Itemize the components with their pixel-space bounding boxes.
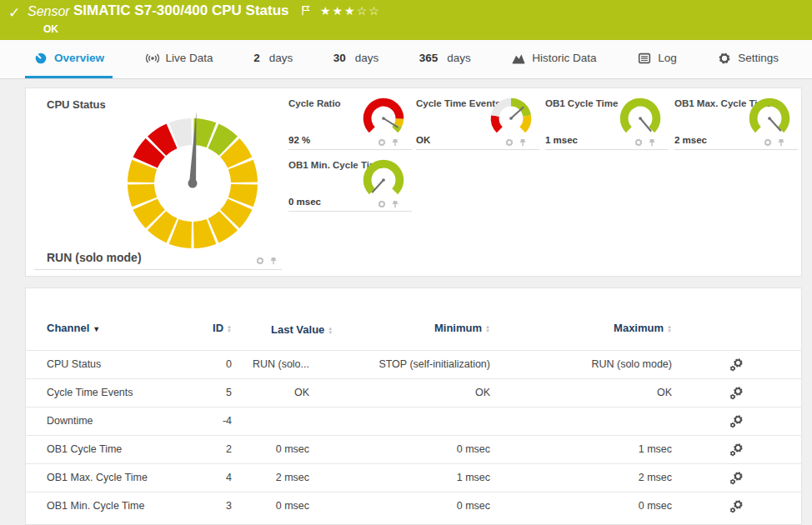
cell-channel: OB1 Cycle Time: [26, 443, 205, 455]
column-label: Maximum: [614, 322, 664, 334]
tab-label: Settings: [738, 52, 779, 64]
cell-channel: OB1 Max. Cycle Time: [26, 472, 205, 483]
pin-icon[interactable]: [518, 138, 528, 148]
tab-label: Historic Data: [532, 52, 596, 64]
pin-icon[interactable]: [390, 199, 400, 209]
cell-last-value: 0 msec: [232, 500, 309, 512]
cpu-status-gauge: [119, 108, 266, 255]
gear-icon[interactable]: [377, 138, 387, 148]
ob1-cycle-time-gauge: [617, 95, 664, 142]
gear-icon[interactable]: [763, 138, 773, 148]
tab-live-data[interactable]: Live Data: [137, 40, 222, 78]
pin-icon[interactable]: [776, 138, 786, 148]
tab-label: days: [447, 52, 471, 64]
pin-icon[interactable]: [647, 138, 657, 148]
tab-number: 30: [333, 52, 346, 64]
cell-maximum: RUN (solo mode): [490, 358, 672, 370]
tab-bar: Overview Live Data 2 days 30 days 365 da…: [0, 40, 812, 79]
channel-table-body: CPU Status 0 RUN (solo... STOP (self-ini…: [26, 350, 801, 520]
channel-settings-gears-icon[interactable]: [729, 471, 744, 485]
cell-minimum: 1 msec: [309, 472, 490, 483]
mini-gauge-cycle-ratio: Cycle Ratio 92 %: [288, 93, 412, 150]
column-header-minimum[interactable]: Minimum▲▼: [309, 322, 490, 334]
gear-icon[interactable]: [634, 138, 644, 148]
tab-label: Overview: [54, 52, 104, 64]
cell-maximum: OK: [490, 387, 672, 398]
table-header-row: Channel▼ ID▲▼ Last Value▲▼ Minimum▲▼ Max…: [26, 288, 801, 350]
gear-icon[interactable]: [377, 199, 387, 209]
table-row: Downtime -4: [26, 407, 801, 435]
gear-icon: [717, 51, 732, 66]
main-gauge-title: CPU Status: [47, 98, 106, 111]
sensor-status-badge: OK: [43, 23, 58, 35]
gauge-icon: [33, 51, 48, 66]
cell-channel: Downtime: [26, 415, 205, 427]
cell-maximum: 0 msec: [490, 500, 672, 512]
column-header-maximum[interactable]: Maximum▲▼: [490, 322, 672, 334]
column-header-channel[interactable]: Channel▼: [26, 322, 205, 334]
stars-filled: ★★★: [320, 4, 357, 18]
mini-gauge-value: 0 msec: [288, 197, 321, 207]
tab-30-days[interactable]: 30 days: [325, 40, 388, 78]
table-row: OB1 Min. Cycle Time 3 0 msec 0 msec 0 ms…: [26, 492, 801, 520]
sensor-header: ✓ Sensor SIMATIC S7-300/400 CPU Status ★…: [0, 0, 812, 40]
cell-minimum: 0 msec: [309, 443, 490, 455]
cell-channel: Cycle Time Events: [26, 387, 205, 398]
cell-last-value: 0 msec: [232, 443, 309, 455]
cell-id: 3: [205, 500, 232, 512]
cell-id: 2: [205, 443, 232, 455]
status-ok-check-icon: ✓: [8, 4, 20, 22]
main-gauge-value: RUN (solo mode): [47, 251, 142, 264]
cell-channel: CPU Status: [26, 358, 205, 370]
cell-id: 4: [205, 472, 232, 483]
column-header-id[interactable]: ID▲▼: [205, 322, 232, 334]
channel-table-panel: Channel▼ ID▲▼ Last Value▲▼ Minimum▲▼ Max…: [25, 288, 802, 525]
mini-gauge-title: OB1 Cycle Time: [545, 98, 618, 108]
cell-minimum: 0 msec: [309, 500, 490, 512]
tab-365-days[interactable]: 365 days: [411, 40, 479, 78]
tab-label: Log: [658, 52, 677, 64]
tab-overview[interactable]: Overview: [25, 40, 113, 78]
priority-stars[interactable]: ★★★☆☆: [320, 4, 381, 18]
cell-last-value: RUN (solo...: [232, 358, 309, 370]
mini-gauge-ob1-cycle-time: OB1 Cycle Time 1 msec: [545, 93, 669, 150]
mini-gauge-value: OK: [416, 135, 430, 145]
table-row: CPU Status 0 RUN (solo... STOP (self-ini…: [26, 350, 801, 378]
column-header-last-value[interactable]: Last Value▲▼: [232, 322, 309, 338]
cell-id: 5: [205, 387, 232, 398]
tab-log[interactable]: Log: [629, 40, 685, 78]
ob1-max-cycle-time-gauge: [746, 95, 793, 142]
priority-flag-icon: [300, 4, 313, 20]
tab-2-days[interactable]: 2 days: [245, 40, 301, 78]
column-label: Channel: [47, 322, 89, 334]
tab-number: 365: [419, 52, 439, 64]
channel-settings-gears-icon[interactable]: [729, 414, 744, 428]
tab-historic-data[interactable]: Historic Data: [503, 40, 604, 78]
gear-icon[interactable]: [504, 138, 514, 148]
cell-id: -4: [205, 415, 232, 427]
gauges-panel: CPU Status RUN (solo mode) Cycle Ratio 9…: [25, 88, 802, 277]
mini-gauge-value: 92 %: [288, 135, 310, 145]
cycle-time-events-gauge: [488, 95, 534, 142]
column-label: ID: [213, 322, 223, 334]
channel-settings-gears-icon[interactable]: [729, 358, 744, 372]
table-row: Cycle Time Events 5 OK OK OK: [26, 378, 801, 407]
area-chart-icon: [511, 51, 526, 66]
channel-settings-gears-icon[interactable]: [729, 386, 744, 400]
cell-id: 0: [205, 358, 232, 370]
gear-icon[interactable]: [255, 256, 265, 266]
cell-channel: OB1 Min. Cycle Time: [26, 500, 205, 512]
channel-settings-gears-icon[interactable]: [729, 442, 744, 457]
tab-settings[interactable]: Settings: [709, 40, 787, 78]
channel-settings-gears-icon[interactable]: [729, 499, 744, 513]
broadcast-icon: [145, 51, 160, 66]
pin-icon[interactable]: [390, 138, 400, 148]
cell-minimum: OK: [309, 387, 490, 398]
pin-icon[interactable]: [268, 256, 278, 266]
cell-last-value: OK: [232, 387, 309, 398]
sort-toggle-icon: ▲▼: [667, 325, 672, 333]
main-gauge-value-row: RUN (solo mode): [34, 249, 282, 270]
cell-minimum: STOP (self-initialization): [309, 358, 490, 370]
mini-gauge-value: 2 msec: [674, 135, 707, 145]
sort-desc-icon: ▼: [93, 325, 100, 333]
